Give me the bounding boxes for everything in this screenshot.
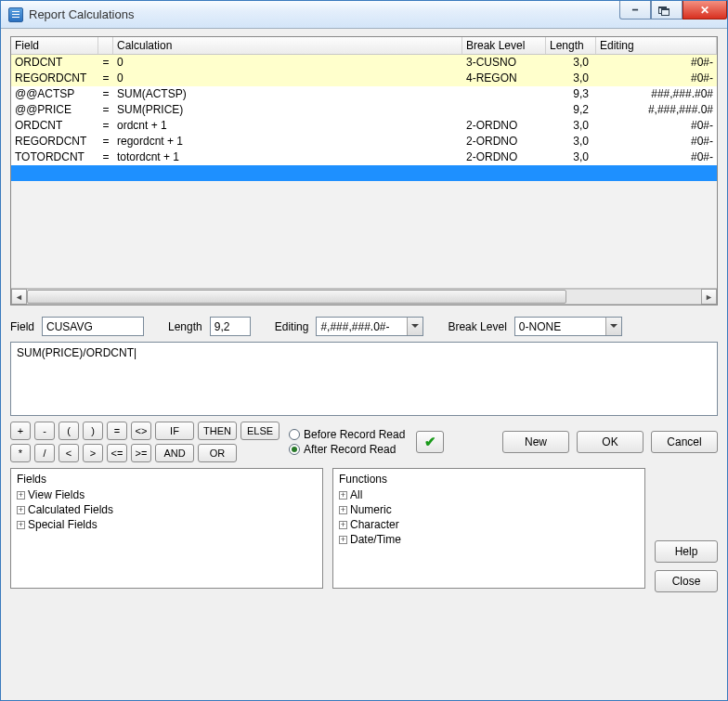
table-row[interactable]: REGORDCNT=04-REGON3,0#0#- bbox=[11, 71, 717, 86]
col-calculation[interactable]: Calculation bbox=[113, 37, 462, 54]
table-row[interactable]: @@PRICE=SUM(PRICE)9,2#,###,###.0# bbox=[11, 102, 717, 118]
checkmark-icon: ✔ bbox=[424, 434, 436, 450]
editing-label: Editing bbox=[275, 320, 309, 333]
col-break[interactable]: Break Level bbox=[462, 37, 546, 54]
scroll-track[interactable] bbox=[27, 289, 701, 305]
help-button[interactable]: Help bbox=[655, 540, 718, 563]
radio-icon bbox=[289, 444, 300, 455]
col-editing[interactable]: Editing bbox=[596, 37, 717, 54]
col-eq[interactable] bbox=[98, 37, 113, 54]
table-row[interactable]: ORDCNT=03-CUSNO3,0#0#- bbox=[11, 55, 717, 71]
expression-textarea[interactable]: SUM(PRICE)/ORDCNT| bbox=[10, 342, 718, 416]
field-input[interactable] bbox=[42, 317, 144, 336]
tree-item[interactable]: +Character bbox=[339, 517, 639, 532]
col-field[interactable]: Field bbox=[11, 37, 98, 54]
new-button[interactable]: New bbox=[502, 431, 569, 453]
window-title: Report Calculations bbox=[29, 7, 619, 21]
op-if[interactable]: IF bbox=[155, 422, 194, 440]
op-or[interactable]: OR bbox=[198, 444, 237, 462]
table-row[interactable]: ORDCNT=ordcnt + 12-ORDNO3,0#0#- bbox=[11, 118, 717, 134]
length-input[interactable] bbox=[210, 317, 251, 336]
field-form-row: Field Length Editing Break Level bbox=[10, 311, 718, 336]
after-record-label: After Record Read bbox=[304, 443, 396, 456]
fields-tree-header: Fields bbox=[17, 473, 317, 486]
tree-item[interactable]: +View Fields bbox=[17, 487, 317, 502]
fields-tree[interactable]: Fields +View Fields+Calculated Fields+Sp… bbox=[10, 468, 323, 589]
operator-toolbar: + - * / ( ) < > bbox=[10, 422, 718, 462]
tree-item[interactable]: +Numeric bbox=[339, 502, 639, 517]
op-eq[interactable]: = bbox=[107, 422, 127, 440]
op-else[interactable]: ELSE bbox=[240, 422, 280, 440]
expand-icon[interactable]: + bbox=[339, 491, 347, 500]
titlebar[interactable]: Report Calculations ━ ✕ bbox=[1, 1, 727, 29]
after-record-radio[interactable]: After Record Read bbox=[289, 443, 405, 456]
report-calculations-window: Report Calculations ━ ✕ Field Calculatio… bbox=[0, 0, 728, 701]
before-record-label: Before Record Read bbox=[304, 428, 405, 441]
op-le[interactable]: <= bbox=[107, 444, 127, 462]
app-icon bbox=[8, 7, 23, 22]
op-plus[interactable]: + bbox=[10, 422, 31, 440]
expand-icon[interactable]: + bbox=[339, 521, 347, 529]
close-button[interactable]: Close bbox=[655, 570, 718, 592]
chevron-down-icon[interactable] bbox=[407, 318, 422, 335]
before-record-radio[interactable]: Before Record Read bbox=[289, 428, 405, 441]
expand-icon[interactable]: + bbox=[17, 491, 25, 500]
op-lt[interactable]: < bbox=[58, 444, 79, 462]
scroll-thumb[interactable] bbox=[27, 290, 566, 304]
radio-icon bbox=[289, 429, 300, 440]
scroll-right-button[interactable]: ► bbox=[701, 289, 717, 305]
op-then[interactable]: THEN bbox=[198, 422, 237, 440]
maximize-button[interactable] bbox=[651, 1, 682, 19]
tree-item[interactable]: +Special Fields bbox=[17, 517, 317, 532]
functions-tree[interactable]: Functions +All+Numeric+Character+Date/Ti… bbox=[332, 468, 645, 589]
field-label: Field bbox=[10, 320, 34, 333]
minimize-button[interactable]: ━ bbox=[619, 1, 651, 19]
op-ge[interactable]: >= bbox=[131, 444, 151, 462]
table-row[interactable] bbox=[11, 165, 717, 181]
cancel-button[interactable]: Cancel bbox=[651, 431, 718, 453]
break-label: Break Level bbox=[448, 320, 506, 333]
break-combo[interactable] bbox=[514, 317, 622, 336]
length-label: Length bbox=[168, 320, 202, 333]
op-ne[interactable]: <> bbox=[131, 422, 151, 440]
expand-icon[interactable]: + bbox=[339, 536, 347, 544]
op-slash[interactable]: / bbox=[34, 444, 55, 462]
op-star[interactable]: * bbox=[10, 444, 31, 462]
expand-icon[interactable]: + bbox=[339, 506, 347, 514]
calculations-grid[interactable]: Field Calculation Break Level Length Edi… bbox=[10, 36, 718, 305]
table-row[interactable]: REGORDCNT=regordcnt + 12-ORDNO3,0#0#- bbox=[11, 134, 717, 149]
grid-header: Field Calculation Break Level Length Edi… bbox=[11, 37, 717, 55]
close-window-button[interactable]: ✕ bbox=[682, 1, 727, 19]
tree-item[interactable]: +Date/Time bbox=[339, 532, 639, 547]
validate-button[interactable]: ✔ bbox=[416, 431, 444, 453]
horizontal-scrollbar[interactable]: ◄ ► bbox=[11, 288, 717, 305]
expression-text: SUM(PRICE)/ORDCNT| bbox=[17, 346, 136, 359]
chevron-down-icon[interactable] bbox=[605, 318, 621, 335]
tree-item[interactable]: +Calculated Fields bbox=[17, 502, 317, 517]
col-length[interactable]: Length bbox=[546, 37, 596, 54]
scroll-left-button[interactable]: ◄ bbox=[11, 289, 27, 305]
ok-button[interactable]: OK bbox=[577, 431, 644, 453]
expand-icon[interactable]: + bbox=[17, 521, 25, 529]
editing-combo[interactable] bbox=[316, 317, 423, 336]
expand-icon[interactable]: + bbox=[17, 506, 25, 514]
op-rparen[interactable]: ) bbox=[83, 422, 103, 440]
op-minus[interactable]: - bbox=[34, 422, 55, 440]
table-row[interactable]: TOTORDCNT=totordcnt + 12-ORDNO3,0#0#- bbox=[11, 149, 717, 165]
op-and[interactable]: AND bbox=[155, 444, 194, 462]
op-gt[interactable]: > bbox=[83, 444, 103, 462]
functions-tree-header: Functions bbox=[339, 473, 639, 486]
op-lparen[interactable]: ( bbox=[58, 422, 79, 440]
table-row[interactable]: @@ACTSP=SUM(ACTSP)9,3###,###.#0# bbox=[11, 86, 717, 102]
tree-item[interactable]: +All bbox=[339, 487, 639, 502]
